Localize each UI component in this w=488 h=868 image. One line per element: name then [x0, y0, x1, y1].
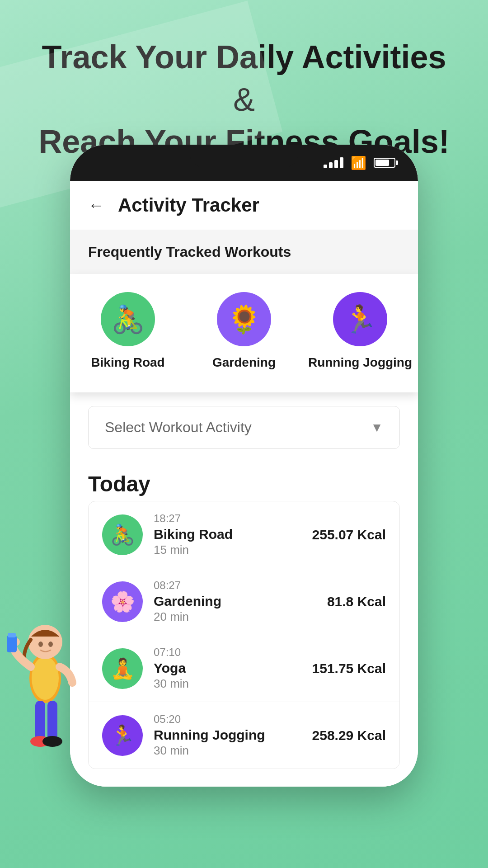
battery-icon [374, 158, 395, 168]
gardening-info: 08:27 Gardening 20 min [154, 579, 316, 624]
biking-icon: 🚴 [101, 292, 155, 346]
svg-rect-5 [35, 701, 45, 741]
biking-avatar: 🚴 [102, 514, 143, 555]
list-item[interactable]: 🌸 08:27 Gardening 20 min 81.8 Kcal [89, 568, 399, 635]
notch [190, 145, 298, 167]
today-activity-list: 🚴 18:27 Biking Road 15 min 255.07 Kcal 🌸… [88, 501, 400, 769]
svg-rect-3 [7, 635, 17, 652]
yoga-kcal: 151.75 Kcal [312, 661, 386, 676]
list-item[interactable]: 🚴 18:27 Biking Road 15 min 255.07 Kcal [89, 501, 399, 568]
svg-point-9 [38, 642, 43, 647]
yoga-avatar: 🧘 [102, 648, 143, 689]
activity-card-gardening[interactable]: 🌻 Gardening [186, 283, 302, 383]
decorative-character [0, 588, 90, 769]
biking-kcal: 255.07 Kcal [312, 527, 386, 542]
gardening-avatar: 🌸 [102, 581, 143, 622]
svg-rect-4 [8, 633, 16, 637]
list-item[interactable]: 🧘 07:10 Yoga 30 min 151.75 Kcal [89, 635, 399, 702]
running-duration: 30 min [154, 744, 301, 758]
frequently-tracked-section: Frequently Tracked Workouts [70, 230, 418, 274]
running-time: 05:20 [154, 713, 301, 726]
yoga-time: 07:10 [154, 646, 301, 659]
biking-name: Biking Road [154, 527, 301, 542]
hero-track: Track Your [42, 39, 216, 75]
signal-icon [324, 157, 343, 168]
status-bar: 📶 [70, 145, 418, 181]
dropdown-placeholder: Select Workout Activity [105, 419, 252, 436]
recent-activities-container: Recent Activities [70, 774, 418, 787]
biking-info: 18:27 Biking Road 15 min [154, 512, 301, 557]
activity-card-biking[interactable]: 🚴 Biking Road [70, 283, 186, 383]
gardening-kcal: 81.8 Kcal [327, 594, 386, 609]
running-info: 05:20 Running Jogging 30 min [154, 713, 301, 758]
yoga-duration: 30 min [154, 677, 301, 691]
running-kcal: 258.29 Kcal [312, 728, 386, 743]
biking-time: 18:27 [154, 512, 301, 525]
status-icons: 📶 [324, 156, 395, 170]
yoga-info: 07:10 Yoga 30 min [154, 646, 301, 691]
activity-card-running[interactable]: 🏃 Running Jogging [302, 283, 418, 383]
phone-content: ← Activity Tracker Frequently Tracked Wo… [70, 181, 418, 787]
gardening-label: Gardening [212, 355, 276, 370]
back-button[interactable]: ← [88, 196, 104, 215]
app-header: ← Activity Tracker [70, 181, 418, 230]
running-icon: 🏃 [333, 292, 387, 346]
dropdown-container: Select Workout Activity ▼ [70, 392, 418, 462]
gardening-time: 08:27 [154, 579, 316, 592]
phone-mockup: 📶 ← Activity Tracker Frequently Tracked … [70, 145, 418, 787]
today-title: Today [88, 472, 400, 496]
biking-label: Biking Road [91, 355, 164, 370]
running-name: Running Jogging [154, 727, 301, 743]
dropdown-arrow-icon: ▼ [371, 420, 383, 435]
activity-cards-row: 🚴 Biking Road 🌻 Gardening 🏃 Running Jogg… [70, 274, 418, 392]
gardening-duration: 20 min [154, 610, 316, 624]
wifi-icon: 📶 [351, 156, 366, 170]
svg-point-1 [32, 656, 59, 700]
biking-duration: 15 min [154, 543, 301, 557]
gardening-icon: 🌻 [217, 292, 271, 346]
gardening-name: Gardening [154, 594, 316, 609]
running-avatar: 🏃 [102, 715, 143, 756]
frequently-tracked-title: Frequently Tracked Workouts [88, 244, 400, 260]
svg-point-8 [42, 736, 62, 747]
today-section: Today 🚴 18:27 Biking Road 15 min 255.07 … [70, 462, 418, 774]
workout-activity-dropdown[interactable]: Select Workout Activity ▼ [88, 406, 400, 449]
svg-rect-6 [47, 701, 57, 741]
yoga-name: Yoga [154, 660, 301, 676]
running-label: Running Jogging [308, 355, 412, 370]
app-title: Activity Tracker [118, 194, 259, 216]
list-item[interactable]: 🏃 05:20 Running Jogging 30 min 258.29 Kc… [89, 702, 399, 769]
svg-point-10 [48, 642, 53, 647]
